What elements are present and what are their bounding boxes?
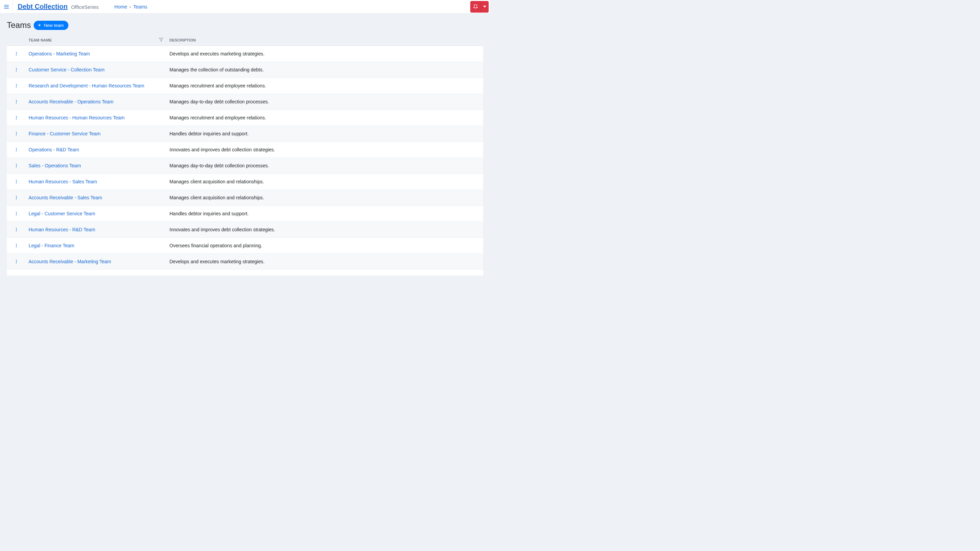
row-actions-cell [7,254,26,270]
row-menu-button[interactable] [12,194,21,202]
teams-table-wrap: Team Name Description Operations - Marke… [7,35,483,275]
row-menu-button[interactable] [12,273,21,275]
team-link[interactable]: Research and Development - Compliance Te… [29,275,130,275]
row-menu-button[interactable] [12,82,21,90]
svg-point-44 [16,246,17,247]
team-name-cell: Customer Service - Collection Team [26,62,167,78]
brand-title[interactable]: Debt Collection [18,3,68,11]
breadcrumb-current: Teams [134,4,147,10]
team-description-cell: Manages recruitment and employee relatio… [167,78,483,94]
menu-toggle-button[interactable] [0,0,13,14]
table-row: Legal - Finance TeamOversees financial o… [7,238,483,254]
more-vertical-icon [14,195,19,200]
svg-point-19 [16,118,17,118]
team-name-cell: Research and Development - Human Resourc… [26,78,167,94]
row-menu-button[interactable] [12,241,21,250]
navbar-right [470,0,490,14]
svg-point-34 [16,197,17,198]
col-name-label: Team Name [29,38,52,42]
row-menu-button[interactable] [12,66,21,74]
row-actions-cell [7,110,26,126]
svg-point-42 [16,244,17,245]
team-link[interactable]: Accounts Receivable - Marketing Team [29,259,111,264]
table-row: Legal - Customer Service TeamHandles deb… [7,206,483,222]
notifications-dropdown-button[interactable] [480,1,488,13]
bell-icon [473,4,478,9]
team-name-cell: Finance - Customer Service Team [26,126,167,142]
row-menu-button[interactable] [12,130,21,138]
row-actions-cell [7,222,26,238]
row-menu-button[interactable] [12,225,21,233]
filter-name-button[interactable] [159,38,163,43]
svg-point-30 [16,180,17,181]
svg-point-7 [16,53,17,54]
row-actions-cell [7,62,26,78]
svg-point-36 [16,212,17,213]
row-menu-button[interactable] [12,50,21,58]
row-menu-button[interactable] [12,98,21,106]
svg-point-31 [16,181,17,182]
team-name-cell: Human Resources - Human Resources Team [26,110,167,126]
svg-point-33 [16,196,17,197]
team-link[interactable]: Sales - Operations Team [29,163,81,168]
table-row: Human Resources - Sales TeamManages clie… [7,174,483,190]
filter-icon [159,38,163,42]
team-link[interactable]: Human Resources - R&D Team [29,227,95,232]
team-link[interactable]: Operations - Marketing Team [29,51,90,56]
row-menu-button[interactable] [12,114,21,122]
svg-point-25 [16,149,17,150]
team-link[interactable]: Human Resources - Sales Team [29,179,97,184]
svg-point-47 [16,263,17,263]
svg-point-45 [16,260,17,260]
more-vertical-icon [14,163,19,168]
navbar: Debt Collection OfficeSeries Home » Team… [0,0,490,14]
table-row: Operations - Marketing TeamDevelops and … [7,46,483,62]
team-link[interactable]: Finance - Customer Service Team [29,131,100,137]
notifications-button[interactable] [470,1,480,13]
svg-point-28 [16,165,17,166]
team-link[interactable]: Accounts Receivable - Operations Team [29,99,114,105]
svg-point-10 [16,69,17,70]
table-row: Human Resources - R&D TeamInnovates and … [7,222,483,238]
caret-down-icon [483,5,486,8]
team-link[interactable]: Human Resources - Human Resources Team [29,115,124,121]
table-row: Operations - R&D TeamInnovates and impro… [7,142,483,158]
more-vertical-icon [14,179,19,184]
brand: Debt Collection OfficeSeries [13,3,103,11]
table-row: Accounts Receivable - Sales TeamManages … [7,190,483,206]
row-menu-button[interactable] [12,146,21,154]
row-menu-button[interactable] [12,210,21,218]
col-description-header[interactable]: Description [167,35,483,46]
team-description-cell: Handles debtor inquiries and support. [167,206,483,222]
team-link[interactable]: Operations - R&D Team [29,147,79,152]
more-vertical-icon [14,67,19,72]
row-menu-button[interactable] [12,178,21,186]
team-link[interactable]: Legal - Customer Service Team [29,211,95,216]
team-link[interactable]: Research and Development - Human Resourc… [29,83,144,89]
more-vertical-icon [14,83,19,88]
row-actions-cell [7,190,26,206]
more-vertical-icon [14,227,19,232]
row-actions-cell [7,270,26,276]
svg-point-46 [16,261,17,262]
svg-point-22 [16,133,17,134]
svg-point-13 [16,86,17,86]
breadcrumb-home[interactable]: Home [115,4,127,10]
row-menu-button[interactable] [12,257,21,266]
more-vertical-icon [14,147,19,152]
team-link[interactable]: Accounts Receivable - Sales Team [29,195,102,200]
more-vertical-icon [14,131,19,136]
table-row: Research and Development - Compliance Te… [7,270,483,276]
svg-point-23 [16,135,17,135]
team-link[interactable]: Customer Service - Collection Team [29,67,105,73]
row-actions-cell [7,78,26,94]
row-menu-button[interactable] [12,162,21,170]
team-description-cell: Manages recruitment and employee relatio… [167,110,483,126]
team-link[interactable]: Legal - Finance Team [29,243,74,248]
new-team-button[interactable]: New team [34,21,69,30]
table-row: Accounts Receivable - Marketing TeamDeve… [7,254,483,270]
svg-point-38 [16,214,17,215]
col-name-header[interactable]: Team Name [26,35,167,46]
svg-point-15 [16,100,17,101]
col-description-label: Description [169,38,196,42]
